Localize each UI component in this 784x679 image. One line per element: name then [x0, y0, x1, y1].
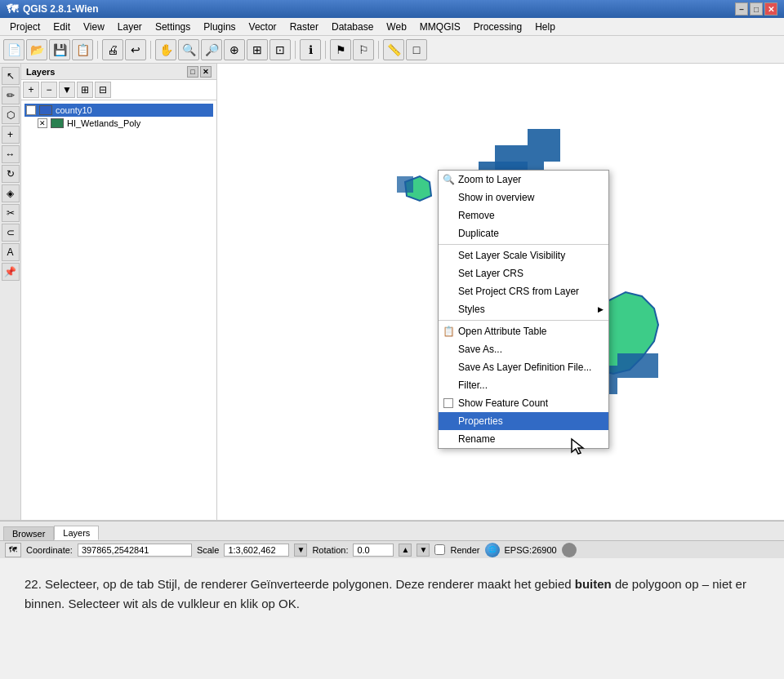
collapse-all-btn[interactable]: ⊟ [95, 82, 111, 98]
ctx-open-attr-table[interactable]: 📋 Open Attribute Table [439, 322, 608, 340]
measure-area-btn[interactable]: □ [406, 39, 427, 60]
ctx-rename[interactable]: Rename [439, 430, 608, 448]
ctx-save-as[interactable]: Save As... [439, 340, 608, 358]
delete-btn[interactable]: ✂ [2, 204, 20, 222]
measure-btn[interactable]: 📏 [383, 39, 404, 60]
minimize-button[interactable]: – [735, 2, 748, 16]
ctx-properties[interactable]: Properties [439, 412, 608, 430]
ctx-set-scale-vis[interactable]: Set Layer Scale Visibility [439, 246, 608, 264]
node-tool-btn[interactable]: ◈ [2, 184, 20, 202]
rotate-btn[interactable]: ↻ [2, 165, 20, 183]
ctx-filter[interactable]: Filter... [439, 376, 608, 394]
add-feature-btn[interactable]: + [2, 126, 20, 144]
coordinate-label: Coordinate: [26, 545, 73, 555]
layer-item-county10[interactable]: ✕ county10 [24, 104, 213, 117]
layer-checkbox-county10[interactable]: ✕ [26, 105, 36, 115]
label-btn[interactable]: A [2, 243, 20, 261]
ctx-save-layer-def[interactable]: Save As Layer Definition File... [439, 358, 608, 376]
menu-vector[interactable]: Vector [243, 20, 283, 34]
scale-label: Scale [197, 545, 220, 555]
svg-rect-2 [528, 129, 560, 162]
tb-sep2 [150, 41, 151, 59]
svg-rect-6 [617, 353, 658, 378]
zoom-to-layer-btn[interactable]: ⊡ [270, 39, 291, 60]
rotation-input[interactable] [353, 544, 394, 557]
window-controls: – □ ✕ [735, 2, 777, 16]
ctx-show-overview[interactable]: Show in overview [439, 189, 608, 206]
filter-layers-btn[interactable]: ▼ [59, 82, 75, 98]
ctx-properties-label: Properties [458, 415, 503, 427]
menu-settings[interactable]: Settings [149, 20, 197, 34]
ctx-open-attr-table-label: Open Attribute Table [458, 326, 547, 337]
new-project-btn[interactable]: 📄 [3, 39, 24, 60]
ctx-set-project-crs[interactable]: Set Project CRS from Layer [439, 282, 608, 300]
edit-btn[interactable]: ✏ [2, 87, 20, 104]
rotation-up-btn[interactable]: ▲ [399, 544, 412, 557]
move-feature-btn[interactable]: ↔ [2, 145, 20, 163]
status-config-icon[interactable] [562, 543, 577, 557]
menu-layer[interactable]: Layer [111, 20, 149, 34]
tab-layers[interactable]: Layers [54, 526, 99, 540]
menu-web[interactable]: Web [380, 20, 412, 34]
undo-btn[interactable]: ↩ [125, 39, 146, 60]
ctx-zoom-to-layer-label: Zoom to Layer [458, 174, 521, 185]
rotation-down-btn[interactable]: ▼ [416, 544, 430, 557]
layer-icon-hi-wetlands [51, 118, 64, 128]
pin-btn[interactable]: 📌 [2, 263, 20, 281]
menu-edit[interactable]: Edit [47, 20, 77, 34]
expand-all-btn[interactable]: ⊞ [77, 82, 93, 98]
maximize-button[interactable]: □ [750, 2, 763, 16]
remove-layer-btn[interactable]: − [41, 82, 57, 98]
cut-btn[interactable]: ⊂ [2, 224, 20, 242]
ctx-show-feature-count[interactable]: Show Feature Count [439, 394, 608, 412]
select-feature-btn[interactable]: ↖ [2, 67, 20, 85]
menu-mmqgis[interactable]: MMQGIS [413, 20, 467, 34]
ctx-duplicate[interactable]: Duplicate [439, 224, 608, 242]
zoom-in-btn[interactable]: 🔍 [178, 39, 199, 60]
close-button[interactable]: ✕ [764, 2, 777, 16]
menu-database[interactable]: Database [325, 20, 380, 34]
layers-close-btn[interactable]: ✕ [200, 66, 212, 78]
ctx-remove[interactable]: Remove [439, 206, 608, 224]
ctx-zoom-to-layer[interactable]: 🔍 Zoom to Layer [439, 171, 608, 189]
open-project-btn[interactable]: 📂 [26, 39, 47, 60]
show-feature-count-checkbox[interactable] [443, 398, 453, 408]
pan-map-btn[interactable]: ✋ [155, 39, 176, 60]
deselect-btn[interactable]: ⚐ [353, 39, 374, 60]
menu-raster[interactable]: Raster [283, 20, 325, 34]
layers-float-btn[interactable]: □ [187, 66, 198, 78]
layer-checkbox-hi-wetlands[interactable]: ✕ [38, 118, 47, 128]
digitize-btn[interactable]: ⬡ [2, 106, 20, 124]
map-canvas[interactable]: 🔍 Zoom to Layer Show in overview Remove … [217, 64, 784, 520]
zoom-full-btn[interactable]: ⊕ [224, 39, 245, 60]
render-label: Render [450, 545, 479, 555]
menu-processing[interactable]: Processing [467, 20, 528, 34]
menu-plugins[interactable]: Plugins [197, 20, 242, 34]
zoom-out-btn[interactable]: 🔎 [201, 39, 222, 60]
print-btn[interactable]: 🖨 [102, 39, 123, 60]
ctx-set-layer-crs[interactable]: Set Layer CRS [439, 264, 608, 282]
add-layer-btn[interactable]: + [23, 82, 39, 98]
select-btn[interactable]: ⚑ [330, 39, 351, 60]
layers-toolbar: + − ▼ ⊞ ⊟ [21, 80, 216, 100]
coordinate-input[interactable] [78, 544, 192, 557]
ctx-styles[interactable]: Styles [439, 300, 608, 318]
rotation-label: Rotation: [312, 545, 348, 555]
ctx-show-feature-count-label: Show Feature Count [458, 397, 548, 409]
scale-down-btn[interactable]: ▼ [294, 544, 307, 557]
identify-btn[interactable]: ℹ [300, 39, 321, 60]
menu-view[interactable]: View [77, 20, 111, 34]
render-checkbox[interactable] [434, 544, 445, 555]
title-bar: 🗺 QGIS 2.8.1-Wien – □ ✕ [0, 0, 784, 18]
save-project-btn[interactable]: 💾 [49, 39, 70, 60]
save-as-btn[interactable]: 📋 [72, 39, 93, 60]
layers-header-buttons: □ ✕ [187, 66, 212, 78]
menu-project[interactable]: Project [3, 20, 47, 34]
tab-browser[interactable]: Browser [3, 526, 54, 540]
scale-input[interactable] [224, 544, 289, 557]
instruction-number: 22. [24, 577, 42, 591]
menu-help[interactable]: Help [528, 20, 562, 34]
layer-item-hi-wetlands[interactable]: ✕ HI_Wetlands_Poly [24, 117, 213, 130]
zoom-to-selection-btn[interactable]: ⊞ [247, 39, 268, 60]
menu-bar: Project Edit View Layer Settings Plugins… [0, 18, 784, 36]
